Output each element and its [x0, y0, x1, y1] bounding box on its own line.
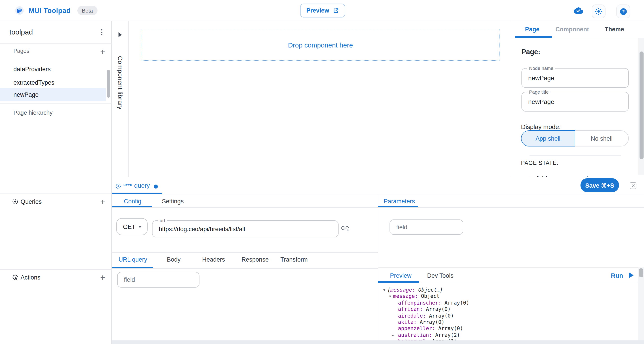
- tree-row: affenpinscher: Array(0): [394, 300, 469, 306]
- display-mode-no-shell[interactable]: No shell: [575, 130, 629, 146]
- url-value: https://dog.ceo/api/breeds/list/all: [159, 221, 245, 237]
- node-name-field[interactable]: Node name newPage: [522, 68, 629, 88]
- display-mode-app-shell[interactable]: App shell: [521, 130, 575, 146]
- actions-section-label: Actions: [20, 274, 40, 281]
- json-result-tree: ▼{message: Object…} ▼message: Object aff…: [112, 283, 638, 340]
- preview-button[interactable]: Preview: [300, 4, 345, 18]
- pages-section-label: Pages: [14, 48, 29, 54]
- editor-canvas: Component library Drop component here: [112, 21, 510, 177]
- panel-bottom-strip: [112, 340, 644, 344]
- component-library-label: Component library: [117, 56, 124, 109]
- app-header: MUI Toolpad Beta Preview: [0, 0, 644, 21]
- tab-config[interactable]: Config: [124, 198, 141, 205]
- tab-parameters[interactable]: Parameters: [384, 198, 415, 205]
- component-library-panel[interactable]: Component library: [112, 21, 129, 177]
- close-panel-button[interactable]: [630, 182, 636, 189]
- query-tab[interactable]: query: [134, 182, 150, 189]
- tab-headers[interactable]: Headers: [202, 256, 225, 263]
- cloud-synced-icon: [574, 7, 583, 14]
- launch-icon: [333, 8, 339, 14]
- run-button[interactable]: Run: [611, 272, 623, 279]
- method-value: GET: [123, 219, 136, 235]
- tree-row[interactable]: ▶bakharwal: Array(1): [392, 338, 457, 340]
- brightness-sun-icon: [595, 8, 602, 15]
- queries-section-label: Queries: [20, 199, 42, 205]
- node-name-value: newPage: [528, 69, 554, 87]
- help-button[interactable]: ?: [616, 5, 630, 18]
- svg-text:?: ?: [622, 9, 624, 14]
- inspector-panel: Page Component Theme Page: Node name new…: [510, 21, 644, 177]
- inspector-heading: Page:: [522, 48, 540, 56]
- tree-row: appenzeller: Array(0): [394, 325, 463, 332]
- sidebar: toolpad Pages + dataProviders extractedT…: [0, 21, 112, 344]
- display-mode-label: Display mode:: [521, 123, 560, 130]
- parameters-field-value: field: [396, 220, 408, 234]
- tab-component[interactable]: Component: [556, 26, 589, 33]
- sidebar-item-extractedtypes[interactable]: extractedTypes: [0, 76, 106, 89]
- toolpad-logo-icon: [15, 6, 24, 15]
- add-query-button[interactable]: +: [100, 199, 105, 205]
- save-button[interactable]: Save ⌘+S: [580, 178, 619, 192]
- add-page-parameters-button[interactable]: + Add page parameters: [527, 174, 597, 177]
- add-link-icon: [341, 225, 350, 232]
- tree-row[interactable]: ▼{message: Object…}: [383, 287, 443, 293]
- tree-row: airedale: Array(0): [394, 312, 454, 319]
- add-page-parameters-label: Add page parameters: [536, 175, 597, 177]
- url-input[interactable]: url https://dog.ceo/api/breeds/list/all: [152, 220, 338, 237]
- add-action-button[interactable]: +: [100, 275, 105, 281]
- run-play-icon[interactable]: [629, 272, 634, 278]
- plus-icon: +: [527, 175, 531, 177]
- tab-response[interactable]: Response: [242, 256, 269, 263]
- page-title-field[interactable]: Page title newPage: [522, 92, 629, 111]
- sidebar-item-newpage[interactable]: newPage: [0, 88, 106, 101]
- query-editor-panel: HTTP query Save ⌘+S Config Settings GET …: [112, 177, 644, 344]
- tree-row: akita: Array(0): [394, 319, 444, 325]
- actions-icon: [12, 274, 18, 280]
- beta-badge: Beta: [77, 6, 97, 15]
- query-protocol-label: HTTP: [124, 184, 132, 187]
- display-mode-toggle: App shell No shell: [521, 130, 629, 146]
- inspector-scrollbar[interactable]: [639, 52, 643, 159]
- page-hierarchy-label: Page hierarchy: [14, 109, 52, 116]
- run-button-label: Run: [611, 272, 623, 279]
- tab-dev-tools[interactable]: Dev Tools: [427, 272, 454, 279]
- mui-toolpad-app: MUI Toolpad Beta Preview: [0, 0, 644, 344]
- page-state-label: PAGE STATE:: [521, 160, 558, 166]
- tree-row[interactable]: ▶australian: Array(2): [392, 332, 460, 338]
- method-select[interactable]: GET: [116, 218, 148, 235]
- chevron-down-icon: [138, 226, 142, 228]
- tab-page[interactable]: Page: [525, 26, 540, 33]
- http-query-icon: [116, 183, 121, 189]
- tree-row: african: Array(0): [394, 306, 450, 312]
- sidebar-item-dataproviders[interactable]: dataProviders: [0, 63, 106, 75]
- result-scrollbar[interactable]: [639, 268, 643, 277]
- parameters-field-input[interactable]: field: [390, 220, 463, 235]
- tab-settings[interactable]: Settings: [162, 198, 184, 205]
- pages-scrollbar[interactable]: [107, 70, 110, 98]
- tab-body[interactable]: Body: [167, 256, 181, 263]
- drop-zone-hint: Drop component here: [288, 41, 353, 49]
- queries-icon: [12, 199, 18, 205]
- help-icon: ?: [619, 8, 627, 16]
- tab-theme[interactable]: Theme: [605, 26, 624, 33]
- query-editor-header: HTTP query Save ⌘+S: [112, 177, 644, 194]
- result-scrollbar-track[interactable]: [638, 267, 644, 340]
- expand-arrow-icon: [118, 32, 122, 37]
- theme-toggle-button[interactable]: [592, 5, 606, 18]
- tree-row[interactable]: ▼message: Object: [389, 293, 440, 299]
- tab-url-query[interactable]: URL query: [118, 256, 147, 263]
- unsaved-indicator-dot: [154, 185, 158, 189]
- app-title: MUI Toolpad: [28, 7, 71, 15]
- tab-transform[interactable]: Transform: [280, 256, 308, 263]
- project-name: toolpad: [10, 28, 33, 36]
- project-menu-button[interactable]: [98, 29, 105, 36]
- drop-zone[interactable]: Drop component here: [141, 29, 500, 61]
- preview-button-label: Preview: [306, 7, 329, 14]
- page-title-value: newPage: [528, 92, 554, 111]
- tab-preview[interactable]: Preview: [390, 272, 412, 279]
- add-page-button[interactable]: +: [100, 49, 105, 55]
